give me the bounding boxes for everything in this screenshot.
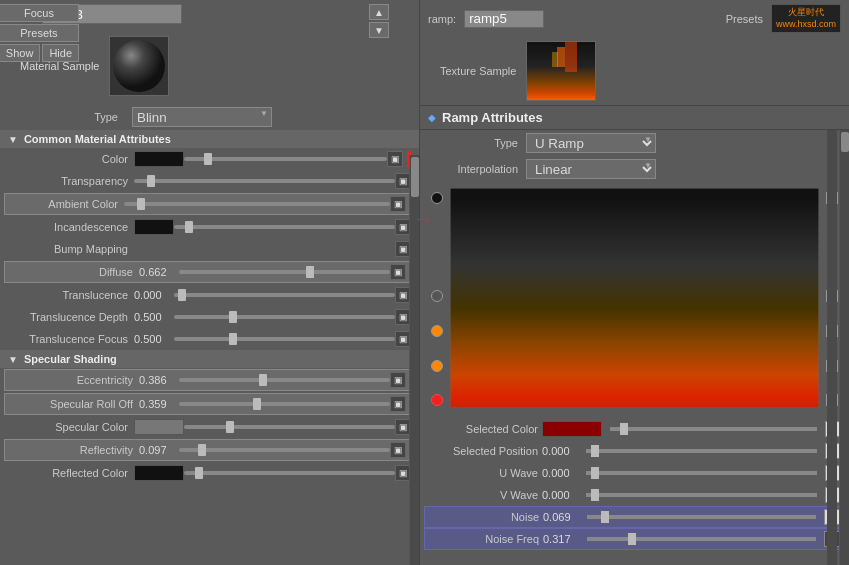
trans-focus-thumb[interactable]	[229, 333, 237, 345]
marker-orange-2[interactable]	[431, 360, 443, 372]
right-scroll-thumb[interactable]	[841, 132, 849, 152]
marker-orange-1[interactable]	[431, 325, 443, 337]
trans-depth-track[interactable]	[174, 315, 395, 319]
ramp-type-select[interactable]: U Ramp	[526, 133, 656, 153]
ramp-interp-row: Interpolation Linear	[420, 156, 849, 182]
selected-color-thumb[interactable]	[620, 423, 628, 435]
incandescence-track[interactable]	[174, 225, 395, 229]
trans-depth-slider	[174, 315, 395, 319]
top-bar: blinn: ▲ ▼ Focus Presets Show Hide	[0, 0, 419, 28]
right-scrollbar-top	[827, 130, 837, 565]
specular-section-header[interactable]: ▼ Specular Shading	[0, 350, 419, 368]
selected-pos-row: Selected Position 0.000 □	[424, 440, 845, 462]
reflected-track[interactable]	[184, 471, 395, 475]
nav-arrow-up[interactable]: ▲	[369, 4, 389, 20]
hide-button[interactable]: Hide	[42, 44, 79, 62]
ramp-attr-section-header[interactable]: ◆ Ramp Attributes	[420, 105, 849, 130]
transparency-thumb[interactable]	[147, 175, 155, 187]
ambient-slider	[124, 202, 390, 206]
color-slider-thumb[interactable]	[204, 153, 212, 165]
type-select-wrapper: Blinn	[132, 107, 272, 127]
u-wave-label: U Wave	[428, 467, 538, 479]
presets-button[interactable]: Presets	[0, 24, 79, 42]
reflectivity-slider	[179, 448, 390, 452]
trans-focus-row: Translucence Focus 0.500 ▣	[0, 328, 419, 350]
incandescence-swatch[interactable]	[134, 219, 174, 235]
transparency-row: Transparency ▣	[0, 170, 419, 192]
type-select[interactable]: Blinn	[132, 107, 272, 127]
bump-label: Bump Mapping	[8, 243, 128, 255]
u-wave-row: U Wave 0.000 □	[424, 462, 845, 484]
reflectivity-end[interactable]: ▣	[390, 442, 406, 458]
eccentricity-track[interactable]	[179, 378, 390, 382]
selected-pos-thumb[interactable]	[591, 445, 599, 457]
u-wave-thumb[interactable]	[591, 467, 599, 479]
translucence-label: Translucence	[8, 289, 128, 301]
right-scrollbar[interactable]	[839, 130, 849, 565]
svg-rect-2	[557, 47, 565, 67]
reflectivity-track[interactable]	[179, 448, 390, 452]
svg-rect-4	[552, 52, 558, 67]
ambient-thumb[interactable]	[137, 198, 145, 210]
ramp-label: ramp:	[428, 13, 456, 25]
spec-color-track[interactable]	[184, 425, 395, 429]
eccentricity-thumb[interactable]	[259, 374, 267, 386]
spec-roll-end[interactable]: ▣	[390, 396, 406, 412]
eccentricity-end[interactable]: ▣	[390, 372, 406, 388]
spec-color-slider	[184, 425, 395, 429]
diffuse-thumb[interactable]	[306, 266, 314, 278]
selected-pos-slider[interactable]	[586, 449, 817, 453]
noise-freq-slider[interactable]	[587, 537, 816, 541]
show-button[interactable]: Show	[0, 44, 40, 62]
ambient-end[interactable]: ▣	[390, 196, 406, 212]
noise-slider[interactable]	[587, 515, 816, 519]
color-end-box[interactable]: ▣	[387, 151, 403, 167]
incandescence-thumb[interactable]	[185, 221, 193, 233]
trans-focus-slider	[174, 337, 395, 341]
reflected-slider	[184, 471, 395, 475]
v-wave-thumb[interactable]	[591, 489, 599, 501]
selected-color-slider[interactable]	[610, 427, 817, 431]
spec-roll-track[interactable]	[179, 402, 390, 406]
marker-circle-mid[interactable]	[431, 290, 443, 302]
ramp-type-row: Type U Ramp	[420, 130, 849, 156]
ramp-interp-select[interactable]: Linear	[526, 159, 656, 179]
color-slider-area	[184, 157, 387, 161]
nav-arrow-down[interactable]: ▼	[369, 22, 389, 38]
color-swatch[interactable]	[134, 151, 184, 167]
selected-color-swatch[interactable]	[542, 421, 602, 437]
spec-roll-slider	[179, 402, 390, 406]
specular-triangle: ▼	[8, 354, 18, 365]
trans-focus-track[interactable]	[174, 337, 395, 341]
diffuse-track[interactable]	[179, 270, 390, 274]
spec-color-thumb[interactable]	[226, 421, 234, 433]
noise-freq-thumb[interactable]	[628, 533, 636, 545]
spec-roll-thumb[interactable]	[253, 398, 261, 410]
spec-roll-row: Specular Roll Off 0.359 ▣	[4, 393, 415, 415]
trans-depth-thumb[interactable]	[229, 311, 237, 323]
focus-button[interactable]: Focus	[0, 4, 79, 22]
marker-black-top[interactable]	[431, 192, 443, 204]
translucence-thumb[interactable]	[178, 289, 186, 301]
noise-thumb[interactable]	[601, 511, 609, 523]
ambient-track[interactable]	[124, 202, 390, 206]
diffuse-end[interactable]: ▣	[390, 264, 406, 280]
left-panel: blinn: ▲ ▼ Focus Presets Show Hide Mater…	[0, 0, 420, 565]
reflected-thumb[interactable]	[195, 467, 203, 479]
translucence-track[interactable]	[174, 293, 395, 297]
spec-color-swatch[interactable]	[134, 419, 184, 435]
v-wave-slider[interactable]	[586, 493, 817, 497]
svg-point-0	[113, 40, 165, 92]
common-section-header[interactable]: ▼ Common Material Attributes	[0, 130, 419, 148]
ramp-name-input[interactable]	[464, 10, 544, 28]
left-scroll-thumb[interactable]	[411, 157, 419, 197]
translucence-slider	[174, 293, 395, 297]
u-wave-slider[interactable]	[586, 471, 817, 475]
ramp-gradient-container: ✕ ✕ ✕	[428, 188, 841, 410]
marker-red-bottom[interactable]	[431, 394, 443, 406]
color-slider-track[interactable]	[184, 157, 387, 161]
reflected-swatch[interactable]	[134, 465, 184, 481]
reflectivity-thumb[interactable]	[198, 444, 206, 456]
transparency-label: Transparency	[8, 175, 128, 187]
transparency-track[interactable]	[134, 179, 395, 183]
